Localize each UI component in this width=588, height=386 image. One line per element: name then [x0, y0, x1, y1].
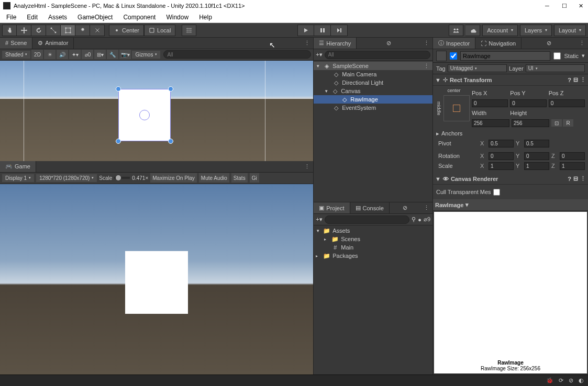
project-lock-icon[interactable]: ⊘ — [400, 202, 411, 213]
selected-rawimage[interactable] — [118, 89, 171, 141]
pivot-center-button[interactable]: Center — [109, 25, 144, 36]
gizmos-dropdown[interactable]: Gizmos — [132, 51, 160, 59]
posz-input[interactable] — [549, 99, 585, 107]
2d-toggle[interactable]: 2D — [31, 50, 43, 59]
hierarchy-search[interactable] — [325, 51, 430, 59]
menu-file[interactable]: File — [1, 13, 21, 22]
hidden-toggle[interactable]: ⌀0 — [82, 50, 93, 59]
width-input[interactable] — [472, 119, 509, 127]
anchors-foldout[interactable]: Anchors — [441, 130, 462, 137]
gizmos-toggle[interactable]: Gi — [250, 173, 259, 183]
tab-project[interactable]: ▣Project — [314, 202, 350, 213]
game-view[interactable] — [0, 184, 313, 374]
project-packages[interactable]: ▸📁Packages — [314, 252, 432, 260]
scene-panel-options[interactable]: ⋮ — [301, 38, 313, 49]
hierarchy-camera[interactable]: ◇Main Camera — [314, 70, 432, 78]
gameobject-name-field[interactable] — [460, 51, 550, 61]
blueprint-mode-button[interactable]: ⊡ — [551, 119, 562, 127]
move-tool[interactable] — [17, 25, 31, 36]
resize-handle-bl[interactable] — [116, 139, 121, 144]
gameobject-active-checkbox[interactable] — [450, 52, 457, 60]
component-options-icon[interactable]: ⋮ — [580, 175, 586, 182]
create-dropdown[interactable]: +▾ — [316, 51, 322, 58]
scale-tool[interactable] — [46, 25, 61, 36]
scene-row[interactable]: ▼◈SampleScene⋮ — [314, 62, 432, 70]
rot-z-input[interactable] — [560, 152, 585, 160]
hierarchy-eventsystem[interactable]: ◇EventSystem — [314, 104, 432, 112]
resolution-dropdown[interactable]: 1280*720 (1280x720) — [36, 174, 97, 182]
posx-input[interactable] — [472, 99, 508, 107]
scale-slider[interactable] — [114, 177, 130, 179]
hierarchy-panel-options[interactable]: ⋮ — [420, 38, 432, 49]
layout-dropdown[interactable]: Layout — [554, 25, 586, 36]
rect-tool[interactable] — [61, 25, 75, 36]
anchor-preset-button[interactable] — [443, 95, 470, 121]
maximize-button[interactable]: ☐ — [562, 3, 568, 9]
account-dropdown[interactable]: Account — [482, 25, 518, 36]
project-search[interactable] — [325, 215, 410, 224]
step-button[interactable] — [331, 25, 348, 36]
hand-tool[interactable] — [2, 25, 17, 36]
cloud-icon[interactable] — [465, 25, 480, 36]
transform-tool[interactable] — [75, 25, 90, 36]
menu-component[interactable]: Component — [118, 13, 161, 22]
shading-mode-dropdown[interactable]: Shaded — [2, 51, 30, 59]
hierarchy-canvas[interactable]: ▼◇Canvas — [314, 87, 432, 95]
component-preset-icon[interactable]: ⊟ — [573, 175, 578, 182]
tab-hierarchy[interactable]: ☰Hierarchy — [314, 38, 357, 49]
component-options-icon[interactable]: ⋮ — [580, 76, 586, 83]
resize-handle-br[interactable] — [168, 139, 173, 144]
grid-snap-button[interactable] — [182, 25, 196, 36]
tab-animator[interactable]: ⚙Animator — [32, 38, 74, 49]
game-panel-options[interactable]: ⋮ — [301, 161, 313, 172]
custom-tool[interactable] — [90, 25, 105, 36]
rot-x-input[interactable] — [489, 152, 514, 160]
maximize-toggle[interactable]: Maximize On Play — [150, 173, 197, 183]
height-input[interactable] — [512, 119, 549, 127]
search-filter-icon[interactable]: ⚲ — [412, 216, 416, 223]
tag-dropdown[interactable]: Untagged — [448, 64, 507, 72]
display-dropdown[interactable]: Display 1 — [2, 174, 34, 182]
minimize-button[interactable]: ─ — [545, 3, 551, 9]
audio-toggle[interactable]: 🔊 — [57, 50, 68, 59]
status-icon-1[interactable]: 🐞 — [546, 377, 553, 384]
grid-toggle[interactable]: ⊞▾ — [94, 50, 106, 59]
canvas-renderer-header[interactable]: ▼👁 Canvas Renderer ? ⊟ ⋮ — [433, 173, 588, 185]
project-create-dropdown[interactable]: +▾ — [316, 216, 322, 223]
hierarchy-light[interactable]: ◇Directional Light — [314, 78, 432, 87]
fx-toggle[interactable]: ✦▾ — [69, 50, 81, 59]
scene-search[interactable] — [163, 50, 311, 59]
status-icon-3[interactable]: ⊘ — [569, 377, 573, 384]
mute-toggle[interactable]: Mute Audio — [199, 173, 229, 183]
tab-console[interactable]: ▤Console — [350, 202, 390, 213]
cull-checkbox[interactable] — [493, 189, 500, 196]
menu-gameobject[interactable]: GameObject — [72, 13, 118, 22]
inspector-lock-icon[interactable]: ⊘ — [543, 38, 554, 49]
pivot-y-input[interactable] — [524, 140, 549, 147]
scale-z-input[interactable] — [560, 162, 585, 170]
posy-input[interactable] — [510, 99, 546, 107]
camera-toggle[interactable]: 📷▾ — [119, 50, 131, 59]
label-filter-icon[interactable]: ● — [418, 217, 421, 223]
tab-scene[interactable]: #Scene — [0, 38, 32, 49]
rotate-tool[interactable] — [31, 25, 46, 36]
resize-handle-tr[interactable] — [168, 86, 173, 92]
project-assets[interactable]: ▼📁Assets — [314, 226, 432, 235]
tab-inspector[interactable]: ⓘInspector — [433, 38, 475, 49]
scale-x-input[interactable] — [489, 162, 514, 170]
layers-dropdown[interactable]: Layers — [520, 25, 552, 36]
collab-icon[interactable] — [449, 25, 463, 36]
rot-y-input[interactable] — [524, 152, 549, 160]
layer-dropdown[interactable]: UI — [526, 64, 585, 72]
static-checkbox[interactable] — [553, 52, 561, 60]
project-scenes[interactable]: ▸📁Scenes — [314, 235, 432, 243]
close-button[interactable]: ✕ — [579, 3, 585, 9]
component-help-icon[interactable]: ? — [568, 77, 571, 83]
tools-toggle[interactable]: 🔧 — [107, 50, 118, 59]
raw-edit-button[interactable]: R — [563, 119, 573, 127]
lighting-toggle[interactable]: ☀ — [44, 50, 56, 59]
hidden-count[interactable]: ⌀9 — [424, 216, 430, 223]
menu-window[interactable]: Window — [161, 13, 194, 22]
pause-button[interactable] — [314, 25, 331, 36]
resize-handle-tl[interactable] — [116, 86, 121, 92]
